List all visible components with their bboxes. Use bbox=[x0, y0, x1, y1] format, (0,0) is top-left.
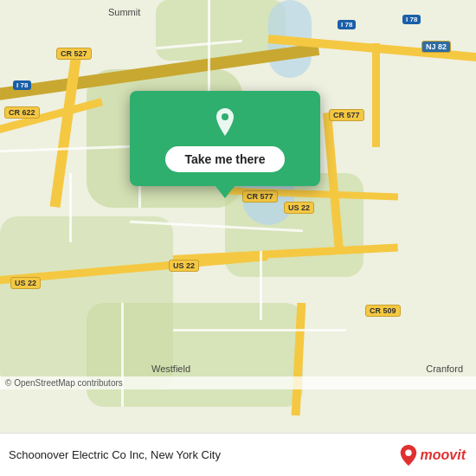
local-road bbox=[121, 303, 124, 407]
road-label-us22-mid: US 22 bbox=[169, 260, 199, 272]
location-title: Schoonover Electric Co Inc, New York Cit… bbox=[9, 448, 221, 461]
road-label-us22-west: US 22 bbox=[10, 277, 41, 289]
take-me-there-button[interactable]: Take me there bbox=[165, 146, 284, 172]
road-label-us22-east: US 22 bbox=[284, 202, 314, 214]
road-label-i78-east1: I 78 bbox=[338, 20, 356, 29]
road-label-i78-west: I 78 bbox=[13, 80, 31, 90]
local-road bbox=[69, 173, 72, 242]
city-label-cranford: Cranford bbox=[426, 363, 463, 374]
popup-card: Take me there bbox=[130, 91, 320, 186]
city-label-westfield: Westfield bbox=[151, 363, 190, 374]
road-label-cr527: CR 527 bbox=[56, 48, 92, 60]
copyright-text: © OpenStreetMap contributors bbox=[5, 378, 123, 388]
local-road bbox=[173, 329, 346, 331]
moovit-logo: moovit bbox=[400, 445, 466, 466]
location-pin-icon bbox=[209, 106, 241, 138]
bottom-bar: Schoonover Electric Co Inc, New York Cit… bbox=[0, 433, 476, 476]
road-nj82 bbox=[372, 43, 380, 147]
road-label-nj82: NJ 82 bbox=[421, 41, 451, 53]
city-label-summit: Summit bbox=[108, 7, 140, 17]
local-road bbox=[208, 0, 210, 104]
moovit-text: moovit bbox=[421, 447, 466, 463]
moovit-pin-icon bbox=[400, 445, 417, 466]
svg-point-0 bbox=[222, 113, 228, 120]
map-container: I 78 I 78 I 78 CR 527 CR 622 CR 577 CR 5… bbox=[0, 0, 476, 433]
svg-point-1 bbox=[405, 449, 411, 455]
road-label-cr509: CR 509 bbox=[365, 305, 401, 317]
road-label-i78-east2: I 78 bbox=[402, 15, 421, 24]
road-label-cr577-south: CR 577 bbox=[242, 190, 278, 203]
local-road bbox=[260, 251, 262, 320]
green-area bbox=[87, 303, 303, 407]
road-label-cr577-north: CR 577 bbox=[329, 109, 364, 121]
copyright-bar: © OpenStreetMap contributors bbox=[0, 376, 476, 389]
road-label-cr622: CR 622 bbox=[4, 106, 40, 119]
